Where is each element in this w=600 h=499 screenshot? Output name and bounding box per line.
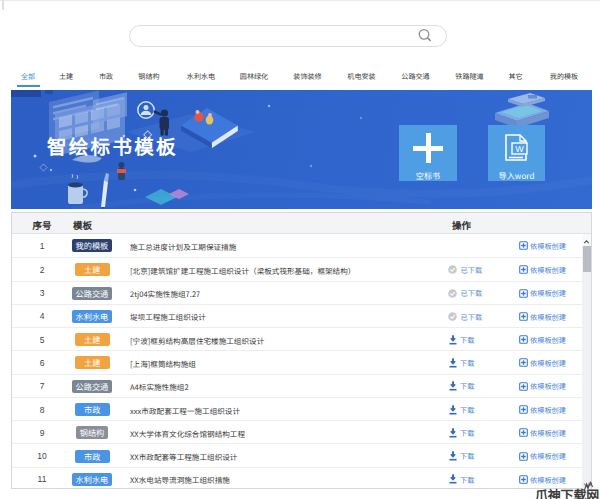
svg-text:W: W [515,144,524,154]
